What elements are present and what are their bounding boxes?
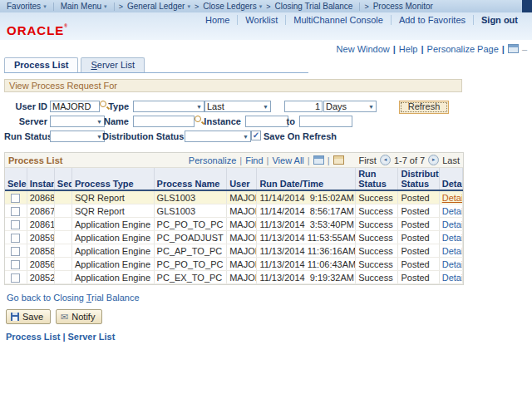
pager-first-label[interactable]: First bbox=[359, 155, 377, 165]
table-row: 20861Application EnginePC_PO_TO_PCMAJORD… bbox=[5, 218, 463, 231]
grid-pager: First◄1-7 of 7►Last bbox=[359, 155, 461, 165]
details-link[interactable]: Details bbox=[442, 193, 463, 203]
row-checkbox[interactable] bbox=[11, 234, 20, 243]
download-to-excel-icon[interactable] bbox=[313, 155, 324, 165]
portal-header: HomeWorklistMultiChannel ConsoleAdd to F… bbox=[0, 12, 532, 40]
name-input[interactable] bbox=[133, 116, 195, 127]
details-link[interactable]: Details bbox=[442, 206, 463, 216]
header-link-multichannel-console[interactable]: MultiChannel Console bbox=[286, 15, 391, 25]
grid-view-all-link[interactable]: View All bbox=[272, 155, 303, 165]
header-link-worklist[interactable]: Worklist bbox=[238, 15, 285, 25]
pager-last-label[interactable]: Last bbox=[442, 155, 460, 165]
grid-view-icon[interactable] bbox=[333, 155, 344, 165]
column-header-process-type: Process Type bbox=[71, 168, 154, 190]
breadcrumb-divider bbox=[53, 2, 54, 11]
breadcrumb-item-general-ledger[interactable]: General Ledger▾ bbox=[124, 2, 194, 11]
server-label: Server bbox=[4, 116, 47, 126]
last-select[interactable]: Last▼ bbox=[204, 101, 271, 112]
run-status-select[interactable]: ▼ bbox=[50, 131, 105, 142]
pagebar-link-new-window[interactable]: New Window bbox=[337, 44, 390, 54]
chevron-down-icon: ▼ bbox=[243, 134, 249, 140]
toolbar-buttons: Save ✉ Notify bbox=[6, 309, 532, 324]
name-lookup-icon[interactable] bbox=[194, 115, 204, 125]
seq-cell bbox=[54, 204, 71, 218]
header-link-add-to-favorites[interactable]: Add to Favorites bbox=[392, 15, 473, 25]
table-row: 20867SQR ReportGLS1003MAJORD11/14/2014 8… bbox=[5, 204, 463, 218]
breadcrumb-item-process-monitor[interactable]: Process Monitor bbox=[370, 2, 436, 11]
row-checkbox[interactable] bbox=[11, 260, 20, 269]
refresh-button[interactable]: Refresh bbox=[399, 101, 449, 114]
process-type-cell: SQR Report bbox=[71, 190, 154, 204]
details-link[interactable]: Details bbox=[442, 246, 463, 256]
pager-range: 1-7 of 7 bbox=[394, 155, 425, 165]
tab-server-list[interactable]: Server List bbox=[81, 57, 145, 72]
pager-prev-icon[interactable]: ◄ bbox=[380, 155, 391, 165]
details-cell: Details bbox=[439, 231, 462, 244]
process-type-cell: Application Engine bbox=[71, 218, 154, 231]
days-select[interactable]: Days▼ bbox=[323, 101, 377, 112]
chevron-down-icon: ▾ bbox=[104, 3, 107, 10]
go-back-link[interactable]: Go back to Closing Trial Balance bbox=[7, 293, 532, 303]
details-link[interactable]: Details bbox=[442, 219, 463, 229]
distribution-status-cell: Posted bbox=[398, 258, 439, 271]
pagebar-separator: | bbox=[417, 44, 426, 54]
save-on-refresh-checkbox[interactable]: ✓ bbox=[251, 131, 261, 140]
breadcrumb-chevron-icon: > bbox=[195, 2, 199, 11]
new-window-icon[interactable] bbox=[508, 44, 519, 53]
user-cell: MAJORD bbox=[227, 271, 257, 284]
column-header-run-status: Run Status bbox=[356, 168, 398, 190]
run-status-label: Run Status bbox=[4, 131, 47, 141]
chevron-down-icon: ▼ bbox=[368, 104, 374, 110]
tab-label: Process List bbox=[14, 60, 68, 70]
seq-cell bbox=[54, 258, 71, 271]
user-cell: MAJORD bbox=[227, 231, 257, 244]
column-header-user: User bbox=[227, 168, 257, 190]
row-checkbox[interactable] bbox=[11, 207, 20, 216]
pagebar-separator: | bbox=[499, 44, 508, 54]
header-link-sign-out[interactable]: Sign out bbox=[474, 15, 525, 25]
breadcrumb-item-main-menu[interactable]: Main Menu▾ bbox=[57, 2, 111, 11]
bottom-link-server-list[interactable]: Server List bbox=[68, 332, 116, 342]
run-datetime-cell: 11/14/2014 9:15:02AM EST bbox=[257, 190, 356, 204]
pagebar-link-help[interactable]: Help bbox=[399, 44, 418, 54]
page-action-bar: New Window|Help|Personalize Page|– bbox=[0, 40, 532, 55]
pagebar-separator: | bbox=[390, 44, 399, 54]
instance-to-input[interactable] bbox=[299, 116, 352, 127]
details-link[interactable]: Details bbox=[442, 259, 463, 269]
row-checkbox[interactable] bbox=[11, 220, 20, 229]
header-link-home[interactable]: Home bbox=[198, 15, 237, 25]
distribution-status-select[interactable]: ▼ bbox=[185, 131, 251, 142]
grid-find-link[interactable]: Find bbox=[245, 155, 263, 165]
notify-button[interactable]: ✉ Notify bbox=[56, 309, 102, 324]
grid-personalize-link[interactable]: Personalize bbox=[189, 155, 236, 165]
row-checkbox[interactable] bbox=[11, 194, 20, 203]
breadcrumb-label: Closing Trial Balance bbox=[274, 2, 352, 11]
row-checkbox[interactable] bbox=[11, 247, 20, 256]
registered-mark: ® bbox=[64, 23, 68, 28]
grid-toolbar: Personalize|Find|View All||First◄1-7 of … bbox=[189, 155, 460, 165]
user-id-input[interactable]: MAJORD bbox=[50, 101, 100, 112]
breadcrumb-label: Main Menu bbox=[61, 2, 101, 11]
breadcrumb-item-close-ledgers[interactable]: Close Ledgers▾ bbox=[200, 2, 265, 11]
pager-next-icon[interactable]: ► bbox=[428, 155, 439, 165]
last-count-input[interactable]: 1 bbox=[284, 101, 323, 112]
instance-cell: 20858 bbox=[27, 244, 54, 258]
dash-decoration: – bbox=[519, 44, 527, 54]
column-header-seq-: Seq. bbox=[54, 168, 71, 190]
details-link[interactable]: Details bbox=[442, 273, 463, 283]
bottom-link-process-list[interactable]: Process List bbox=[6, 332, 60, 342]
save-button[interactable]: Save bbox=[6, 309, 51, 324]
to-label: to bbox=[270, 116, 295, 126]
pagebar-link-personalize-page[interactable]: Personalize Page bbox=[427, 44, 499, 54]
row-checkbox[interactable] bbox=[11, 273, 20, 283]
groupbox-title: View Process Request For bbox=[4, 79, 462, 92]
corner-decoration bbox=[522, 0, 532, 12]
instance-cell: 20868 bbox=[27, 190, 54, 204]
breadcrumb-item-favorites[interactable]: Favorites▾ bbox=[3, 2, 50, 11]
tab-process-list[interactable]: Process List bbox=[4, 57, 78, 72]
grid-titlebar: Process List Personalize|Find|View All||… bbox=[5, 153, 463, 168]
breadcrumb-item-closing-trial-balance[interactable]: Closing Trial Balance bbox=[271, 2, 356, 11]
type-select[interactable]: ▼ bbox=[133, 101, 204, 112]
details-link[interactable]: Details bbox=[442, 233, 463, 243]
process-name-cell: GLS1003 bbox=[154, 190, 227, 204]
